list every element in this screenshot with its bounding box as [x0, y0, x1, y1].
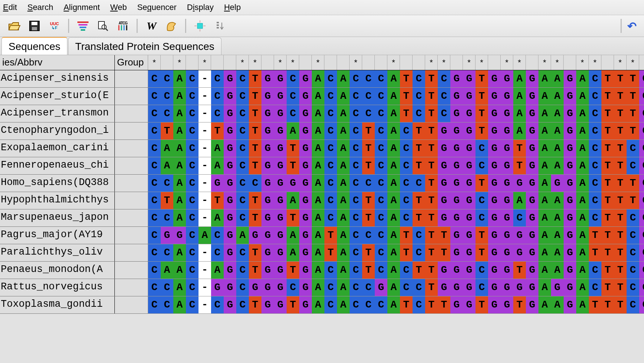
- base-cell[interactable]: T: [425, 227, 438, 244]
- base-cell[interactable]: A: [387, 192, 400, 209]
- sequence-strip[interactable]: CCAC-CGCTGGAGATACTCATCTTGGTGGGGAAGATTTCG…: [148, 244, 644, 262]
- base-cell[interactable]: G: [450, 296, 463, 313]
- base-cell[interactable]: G: [261, 175, 274, 192]
- base-cell[interactable]: G: [564, 70, 576, 87]
- base-cell[interactable]: G: [501, 88, 513, 105]
- base-cell[interactable]: C: [186, 88, 198, 105]
- base-cell[interactable]: G: [463, 175, 476, 192]
- sequence-group[interactable]: [115, 122, 148, 140]
- muscle-icon[interactable]: [164, 19, 178, 33]
- base-cell[interactable]: G: [224, 227, 236, 244]
- base-cell[interactable]: T: [425, 244, 438, 261]
- sequence-name[interactable]: Acipenser_sturio(E: [0, 88, 115, 105]
- base-cell[interactable]: A: [551, 70, 564, 87]
- base-cell[interactable]: C: [476, 279, 488, 296]
- base-cell[interactable]: A: [538, 227, 551, 244]
- base-cell[interactable]: C: [350, 296, 362, 313]
- base-cell[interactable]: A: [551, 105, 564, 122]
- sequence-group[interactable]: [115, 70, 148, 87]
- base-cell[interactable]: G: [161, 227, 173, 244]
- base-cell[interactable]: G: [450, 88, 463, 105]
- name-row[interactable]: Fenneropenaeus_chi: [0, 157, 148, 175]
- base-cell[interactable]: T: [400, 244, 413, 261]
- base-cell[interactable]: G: [274, 105, 287, 122]
- name-row[interactable]: Rattus_norvegicus: [0, 279, 148, 296]
- base-cell[interactable]: A: [312, 70, 324, 87]
- base-cell[interactable]: G: [224, 122, 236, 140]
- base-cell[interactable]: T: [476, 122, 488, 140]
- base-cell[interactable]: A: [387, 175, 400, 192]
- menu-display[interactable]: Display: [187, 3, 214, 12]
- base-cell[interactable]: G: [526, 244, 538, 261]
- base-cell[interactable]: A: [387, 105, 400, 122]
- base-cell[interactable]: G: [526, 209, 538, 226]
- sequence-group[interactable]: [115, 244, 148, 261]
- base-cell[interactable]: G: [211, 279, 224, 296]
- base-cell[interactable]: G: [261, 227, 274, 244]
- base-cell[interactable]: T: [476, 70, 488, 87]
- base-cell[interactable]: C: [400, 175, 413, 192]
- base-cell[interactable]: G: [274, 244, 287, 261]
- base-cell[interactable]: G: [501, 227, 513, 244]
- base-cell[interactable]: C: [375, 105, 387, 122]
- base-cell[interactable]: A: [576, 140, 589, 157]
- base-cell[interactable]: C: [375, 70, 387, 87]
- base-cell[interactable]: G: [526, 175, 538, 192]
- find-icon[interactable]: [96, 19, 110, 33]
- base-cell[interactable]: C: [350, 192, 362, 209]
- base-cell[interactable]: T: [513, 157, 526, 174]
- base-cell[interactable]: A: [538, 70, 551, 87]
- atcg-icon[interactable]: ATCG: [116, 19, 130, 33]
- base-cell[interactable]: A: [337, 70, 350, 87]
- base-cell[interactable]: G: [501, 122, 513, 140]
- base-cell[interactable]: G: [274, 209, 287, 226]
- base-cell[interactable]: C: [589, 122, 601, 140]
- base-cell[interactable]: T: [362, 192, 375, 209]
- base-cell[interactable]: C: [148, 122, 161, 140]
- base-cell[interactable]: T: [614, 262, 627, 279]
- base-cell[interactable]: G: [224, 175, 236, 192]
- base-cell[interactable]: T: [614, 140, 627, 157]
- base-cell[interactable]: C: [375, 157, 387, 174]
- base-cell[interactable]: A: [576, 88, 589, 105]
- base-cell[interactable]: C: [362, 227, 375, 244]
- base-cell[interactable]: G: [564, 157, 576, 174]
- base-cell[interactable]: G: [274, 279, 287, 296]
- base-cell[interactable]: C: [148, 279, 161, 296]
- base-cell[interactable]: C: [476, 140, 488, 157]
- sequence-name[interactable]: Penaeus_monodon(A: [0, 262, 115, 279]
- base-cell[interactable]: T: [513, 262, 526, 279]
- sequence-name[interactable]: Pagrus_major(AY19: [0, 227, 115, 244]
- base-cell[interactable]: G: [501, 192, 513, 209]
- base-cell[interactable]: C: [375, 175, 387, 192]
- base-cell[interactable]: G: [299, 209, 312, 226]
- name-row[interactable]: Paralichthys_oliv: [0, 244, 148, 262]
- base-cell[interactable]: A: [211, 209, 224, 226]
- sequence-strip[interactable]: CCAC-CGCTGGCGACACCCATCTCGGTGGAGAAGACTTTG…: [148, 105, 644, 122]
- base-cell[interactable]: A: [551, 122, 564, 140]
- base-cell[interactable]: C: [375, 88, 387, 105]
- base-cell[interactable]: -: [198, 70, 211, 87]
- base-cell[interactable]: C: [438, 88, 450, 105]
- base-cell[interactable]: C: [627, 244, 639, 261]
- base-cell[interactable]: G: [274, 262, 287, 279]
- base-cell[interactable]: G: [564, 227, 576, 244]
- base-cell[interactable]: C: [236, 296, 249, 313]
- base-cell[interactable]: G: [450, 175, 463, 192]
- base-cell[interactable]: A: [337, 122, 350, 140]
- base-cell[interactable]: G: [551, 175, 564, 192]
- base-cell[interactable]: C: [362, 175, 375, 192]
- base-cell[interactable]: G: [501, 244, 513, 261]
- base-cell[interactable]: G: [526, 227, 538, 244]
- base-cell[interactable]: G: [224, 70, 236, 87]
- base-cell[interactable]: T: [627, 70, 639, 87]
- base-cell[interactable]: T: [362, 244, 375, 261]
- base-cell[interactable]: C: [438, 70, 450, 87]
- base-cell[interactable]: G: [299, 175, 312, 192]
- base-cell[interactable]: A: [538, 244, 551, 261]
- base-cell[interactable]: T: [425, 175, 438, 192]
- base-cell[interactable]: G: [299, 105, 312, 122]
- tab-sequences[interactable]: Sequences: [1, 37, 67, 55]
- base-cell[interactable]: A: [337, 262, 350, 279]
- base-cell[interactable]: G: [526, 140, 538, 157]
